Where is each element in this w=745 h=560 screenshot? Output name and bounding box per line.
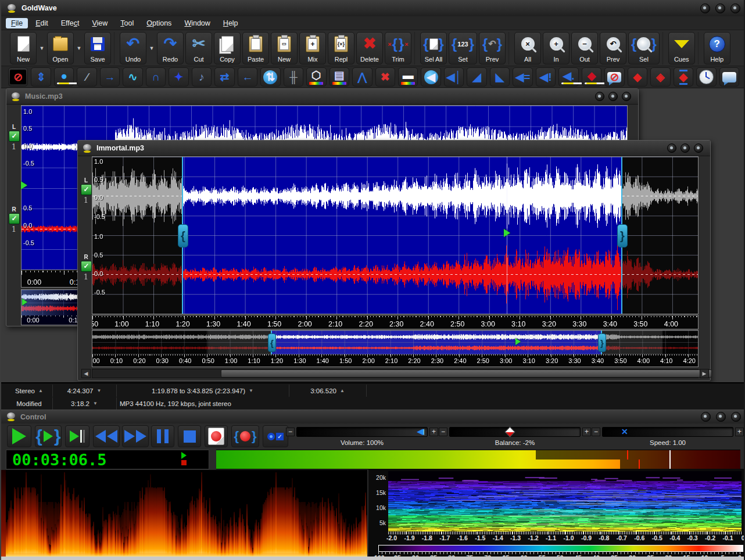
- record-selection-button[interactable]: {}: [231, 425, 259, 447]
- music-play-marker[interactable]: [21, 181, 27, 189]
- exchange-channels-icon[interactable]: ⇄: [214, 67, 234, 87]
- channel-r-checkbox[interactable]: ✓: [9, 213, 20, 224]
- immortal-window-titlebar[interactable]: Immortal.mp3: [78, 141, 710, 156]
- volume-increase-button[interactable]: +: [429, 428, 438, 436]
- status-up-arrow[interactable]: ▲: [38, 388, 43, 393]
- status-cell[interactable]: MP3 44100 Hz, 192 kbps, joint stereo: [116, 397, 468, 410]
- scroll-right-arrow[interactable]: ▶: [700, 369, 709, 378]
- control-maximize-button[interactable]: [716, 412, 726, 422]
- loudness-icon[interactable]: ◀!: [536, 67, 556, 87]
- flange-icon[interactable]: ✦: [169, 67, 188, 87]
- balance-slider[interactable]: [449, 427, 581, 437]
- undo-button[interactable]: ↶Undo: [120, 32, 146, 64]
- control-close-button[interactable]: [731, 412, 741, 422]
- shape-volume-icon[interactable]: ◀.: [558, 67, 578, 87]
- menu-item-tool[interactable]: Tool: [115, 18, 139, 28]
- undo-dropdown-arrow[interactable]: ▼: [148, 33, 155, 64]
- scrollbar-thumb[interactable]: [221, 369, 712, 378]
- open-dropdown-arrow[interactable]: ▼: [76, 33, 83, 64]
- immortal-maximize-button[interactable]: [680, 143, 690, 153]
- sel-button[interactable]: {}Sel: [628, 32, 660, 64]
- speed-slider[interactable]: ✕: [602, 427, 733, 437]
- overview-selection-end-handle[interactable]: }: [598, 333, 606, 352]
- prev-button[interactable]: ↶Prev: [600, 32, 626, 64]
- new-dropdown-arrow[interactable]: ▼: [38, 33, 45, 64]
- record-effect-icon[interactable]: ◈: [650, 67, 670, 87]
- interpolate-icon[interactable]: ⋀: [352, 67, 372, 87]
- new-button[interactable]: ▭New: [271, 32, 298, 64]
- speed-decrease-button[interactable]: −: [592, 428, 600, 436]
- time-shift-icon[interactable]: ←: [238, 67, 257, 87]
- set-button[interactable]: {123}Set: [449, 32, 477, 64]
- control-titlebar[interactable]: Control: [1, 410, 745, 423]
- control-minimize-button[interactable]: [701, 412, 711, 422]
- music-maximize-button[interactable]: [608, 92, 618, 101]
- immortal-waveform-area[interactable]: 1.00.50.0-0.51.00.50.0-0.5 { }: [92, 156, 699, 314]
- offset-icon[interactable]: →: [100, 67, 120, 87]
- menu-item-options[interactable]: Options: [141, 18, 177, 28]
- repl-button[interactable]: {×}Repl: [328, 32, 354, 64]
- match-volume-icon[interactable]: ◀=: [513, 67, 532, 87]
- volume-down-icon[interactable]: ◣: [490, 67, 510, 87]
- fast-forward-button[interactable]: [122, 425, 149, 447]
- pause-button[interactable]: [151, 425, 174, 447]
- playback-effect-icon[interactable]: ◆: [628, 67, 647, 87]
- help-button[interactable]: ?Help: [704, 32, 730, 64]
- playback-rate-icon[interactable]: ♪: [192, 67, 212, 87]
- status-cell[interactable]: Modified: [6, 397, 53, 410]
- status-down-arrow[interactable]: ▼: [249, 388, 253, 393]
- pitch-icon[interactable]: ●: [54, 67, 74, 87]
- immortal-overview-waveform[interactable]: [92, 331, 698, 354]
- reverse-icon[interactable]: ∩: [146, 67, 166, 87]
- timer-icon[interactable]: [696, 67, 716, 87]
- minimize-button[interactable]: [700, 3, 710, 13]
- maximize-button[interactable]: [715, 3, 725, 13]
- spectrum-icon[interactable]: ▬: [398, 67, 418, 87]
- pan-icon[interactable]: ◆: [582, 67, 601, 87]
- noise-reduction-icon[interactable]: ✖: [375, 67, 395, 87]
- stop-button[interactable]: [178, 425, 201, 447]
- immortal-play-marker[interactable]: [504, 229, 510, 237]
- cues-button[interactable]: Cues: [668, 32, 695, 64]
- scroll-left-arrow[interactable]: ◀: [81, 369, 91, 378]
- status-cell[interactable]: 4:24.307▼: [52, 385, 117, 397]
- spectrum-filter-icon[interactable]: ▤: [329, 67, 349, 87]
- overview-selection-start-handle[interactable]: {: [268, 333, 276, 352]
- monitor-disable-icon[interactable]: ⊘: [8, 67, 28, 87]
- volume-slider[interactable]: ◀: [296, 427, 428, 437]
- balance-decrease-button[interactable]: −: [439, 428, 447, 436]
- channel-l-checkbox[interactable]: ✓: [9, 131, 20, 142]
- expression-evaluator-icon[interactable]: ∕: [77, 67, 96, 87]
- paste-button[interactable]: Paste: [242, 32, 269, 64]
- doppler-icon[interactable]: ∿: [123, 67, 142, 87]
- delete-button[interactable]: ✖Delete: [356, 32, 383, 64]
- cut-button[interactable]: ✂Cut: [185, 32, 212, 64]
- speaker-icon[interactable]: ◀: [421, 67, 440, 87]
- menu-item-view[interactable]: View: [87, 18, 113, 28]
- status-cell[interactable]: 1:19.878 to 3:43.825 (2:23.947)▼: [116, 385, 289, 397]
- music-overview-play-marker[interactable]: [22, 299, 27, 306]
- horizontal-scrollbar[interactable]: [92, 369, 699, 378]
- music-close-button[interactable]: [622, 92, 631, 101]
- play-button[interactable]: [7, 425, 31, 447]
- new-button[interactable]: New: [10, 32, 37, 64]
- overview-play-marker[interactable]: [515, 338, 521, 345]
- balance-slider-thumb[interactable]: [504, 426, 515, 437]
- sel-all-button[interactable]: {}Sel All: [420, 32, 447, 64]
- immortal-close-button[interactable]: [694, 143, 703, 153]
- menu-item-effect[interactable]: Effect: [56, 18, 85, 28]
- play-selection-button[interactable]: {}: [35, 425, 62, 447]
- fade-icon[interactable]: ◀│: [444, 67, 464, 87]
- menu-item-file[interactable]: File: [6, 18, 28, 28]
- status-cell[interactable]: 3:18.2▼: [52, 397, 117, 410]
- trim-button[interactable]: ×{ }×Trim: [385, 32, 411, 64]
- menu-item-edit[interactable]: Edit: [30, 18, 53, 28]
- monitor-effect-icon[interactable]: ◆: [674, 67, 693, 87]
- volume-slider-thumb[interactable]: ◀: [417, 427, 423, 436]
- equalizer-icon[interactable]: ╫: [284, 67, 303, 87]
- speed-increase-button[interactable]: +: [735, 428, 744, 436]
- selection-end-handle[interactable]: }: [617, 224, 628, 247]
- status-cell[interactable]: Stereo▲: [6, 385, 53, 397]
- channel-l-checkbox[interactable]: ✓: [81, 184, 92, 195]
- speed-slider-thumb[interactable]: ✕: [621, 427, 628, 436]
